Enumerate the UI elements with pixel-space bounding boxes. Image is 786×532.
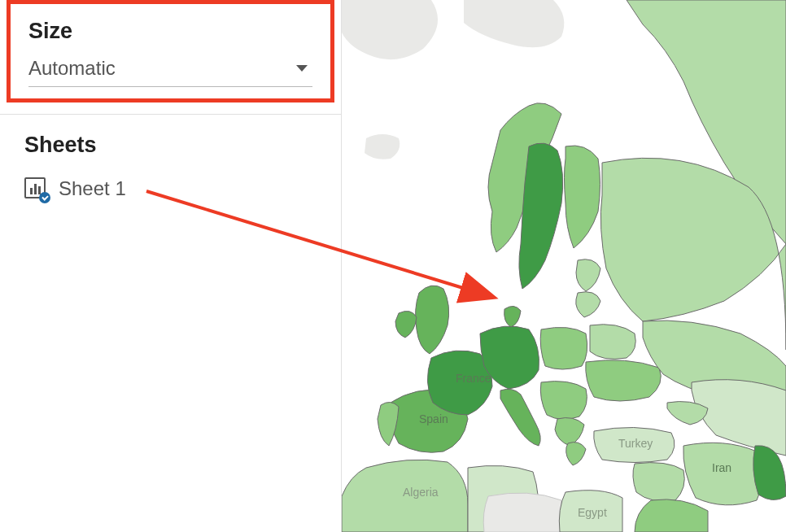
chevron-down-icon [296,65,308,72]
map-label-iran: Iran [712,461,731,474]
map-label-turkey: Turkey [618,437,653,450]
choropleth-map: France Spain Algeria Egypt Turkey Iran [342,0,786,532]
size-dropdown[interactable]: Automatic [28,57,312,87]
size-section: Size Automatic [7,0,334,102]
sheets-heading: Sheets [24,133,317,158]
sheets-section: Sheets Sheet 1 [0,115,341,220]
sheet-item[interactable]: Sheet 1 [24,176,317,202]
map-label-france: France [456,372,491,385]
size-heading: Size [28,19,312,44]
map-label-algeria: Algeria [403,486,439,499]
map-canvas[interactable]: France Spain Algeria Egypt Turkey Iran [342,0,786,532]
sheet-item-label: Sheet 1 [59,177,126,200]
map-label-egypt: Egypt [578,506,607,519]
sidebar-panel: Size Automatic Sheets Sheet 1 [0,0,342,532]
sheet-chart-icon [24,177,47,200]
check-badge-icon [39,192,50,203]
size-dropdown-value: Automatic [28,57,116,80]
map-label-spain: Spain [419,412,448,425]
